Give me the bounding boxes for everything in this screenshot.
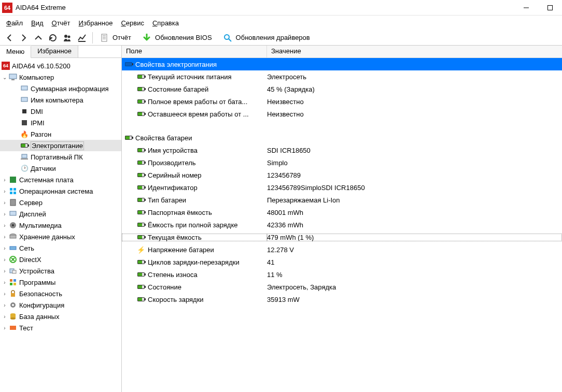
column-field[interactable]: Поле bbox=[122, 46, 267, 57]
tree-config[interactable]: ›Конфигурация bbox=[0, 299, 121, 311]
expand-icon[interactable]: › bbox=[1, 268, 8, 274]
driver-update-action[interactable]: Обновления драйверов bbox=[219, 31, 313, 45]
field-value: Неизвестно bbox=[267, 98, 562, 106]
data-row[interactable]: Серийный номер123456789 bbox=[122, 169, 562, 181]
data-row[interactable]: Полное время работы от бата...Неизвестно bbox=[122, 95, 562, 108]
menu-help[interactable]: Справка bbox=[148, 17, 183, 29]
refresh-button[interactable] bbox=[46, 31, 60, 45]
menu-view[interactable]: Вид bbox=[27, 17, 48, 29]
tree-motherboard[interactable]: ›Системная плата bbox=[0, 174, 121, 185]
test-icon bbox=[8, 323, 18, 332]
data-row[interactable]: Состояние батарей45 % (Зарядка) bbox=[122, 83, 562, 95]
data-row[interactable]: Ёмкость при полной зарядке42336 mWh bbox=[122, 219, 562, 231]
group-battery-properties[interactable]: Свойства батареи bbox=[122, 132, 562, 144]
column-value[interactable]: Значение bbox=[267, 46, 305, 57]
tree-computer[interactable]: ⌄ Компьютер bbox=[0, 71, 121, 83]
tree-dmi[interactable]: DMI bbox=[0, 106, 121, 117]
lock-icon bbox=[8, 289, 18, 298]
battery-icon bbox=[136, 110, 146, 118]
menu-service[interactable]: Сервис bbox=[117, 17, 148, 29]
data-row[interactable]: Скорость зарядки35913 mW bbox=[122, 293, 562, 306]
expand-icon[interactable]: › bbox=[1, 234, 8, 240]
battery-icon bbox=[136, 209, 146, 216]
data-row[interactable]: Степень износа11 % bbox=[122, 268, 562, 281]
data-row[interactable]: Текущая ёмкость479 mWh (1 %) bbox=[122, 231, 562, 243]
data-row[interactable]: СостояниеЭлектросеть, Зарядка bbox=[122, 281, 562, 293]
data-row[interactable]: Имя устройстваSDI ICR18650 bbox=[122, 144, 562, 156]
tree-portable[interactable]: Портативный ПК bbox=[0, 151, 121, 163]
tree-test[interactable]: ›Тест bbox=[0, 322, 121, 333]
tree-computer-name[interactable]: Имя компьютера bbox=[0, 94, 121, 106]
tree-security[interactable]: ›Безопасность bbox=[0, 288, 121, 299]
field-label: Тип батареи bbox=[148, 196, 186, 204]
tree-sensors[interactable]: 🕑Датчики bbox=[0, 163, 121, 174]
menu-report[interactable]: Отчёт bbox=[48, 17, 75, 29]
svg-rect-18 bbox=[21, 158, 28, 159]
content-body: Свойства электропитания Текущий источник… bbox=[122, 58, 562, 392]
tree-root[interactable]: 64 AIDA64 v6.10.5200 bbox=[0, 60, 121, 71]
group-power-properties[interactable]: Свойства электропитания bbox=[122, 58, 562, 70]
expand-icon[interactable]: › bbox=[1, 325, 8, 331]
minimize-button[interactable] bbox=[514, 0, 538, 16]
expand-icon[interactable]: › bbox=[1, 211, 8, 217]
back-button[interactable] bbox=[3, 31, 16, 45]
board-icon bbox=[8, 175, 18, 184]
tree-ipmi[interactable]: IPMI bbox=[0, 117, 121, 128]
bios-update-action[interactable]: Обновления BIOS bbox=[138, 31, 215, 45]
svg-point-27 bbox=[12, 224, 14, 226]
field-value: 11 % bbox=[267, 271, 562, 279]
data-row[interactable]: ⚡Напряжение батареи12.278 V bbox=[122, 243, 562, 256]
menu-file[interactable]: Файл bbox=[2, 17, 27, 29]
tree-os[interactable]: ›Операционная система bbox=[0, 185, 121, 197]
server-rack-icon bbox=[8, 198, 18, 207]
data-row[interactable]: Текущий источник питанияЭлектросеть bbox=[122, 70, 562, 83]
maximize-button[interactable] bbox=[538, 0, 562, 16]
tree-devices[interactable]: ›Устройства bbox=[0, 265, 121, 277]
field-label: Напряжение батареи bbox=[148, 246, 214, 254]
svg-rect-21 bbox=[13, 188, 16, 191]
tab-favorites[interactable]: Избранное bbox=[31, 46, 78, 57]
expand-icon[interactable]: › bbox=[1, 280, 8, 285]
expand-icon[interactable]: › bbox=[1, 302, 8, 308]
tree-directx[interactable]: ›DirectX bbox=[0, 254, 121, 265]
svg-rect-1 bbox=[548, 5, 553, 10]
users-button[interactable] bbox=[61, 31, 74, 45]
tree-network[interactable]: ›Сеть bbox=[0, 242, 121, 254]
collapse-icon[interactable]: ⌄ bbox=[1, 75, 8, 80]
tree-power[interactable]: Электропитание bbox=[0, 140, 121, 151]
app-small-icon: 64 bbox=[1, 61, 10, 70]
tree-overclock[interactable]: 🔥Разгон bbox=[0, 128, 121, 140]
expand-icon[interactable]: › bbox=[1, 188, 8, 194]
data-row[interactable]: Тип батареиПерезаряжаемая Li-Ion bbox=[122, 194, 562, 206]
data-row[interactable]: Циклов зарядки-перезарядки41 bbox=[122, 256, 562, 268]
expand-icon[interactable]: › bbox=[1, 177, 8, 183]
tree-database[interactable]: ›База данных bbox=[0, 311, 121, 322]
tree-programs[interactable]: ›Программы bbox=[0, 277, 121, 288]
expand-icon[interactable]: › bbox=[1, 245, 8, 251]
tree-display[interactable]: ›Дисплей bbox=[0, 208, 121, 220]
monitor-icon bbox=[20, 95, 29, 105]
menu-favorites[interactable]: Избранное bbox=[75, 17, 117, 29]
tree-storage[interactable]: ›Хранение данных bbox=[0, 231, 121, 242]
tab-menu[interactable]: Меню bbox=[0, 46, 31, 58]
chevron-right-icon bbox=[19, 33, 29, 42]
data-row[interactable]: Оставшееся время работы от ...Неизвестно bbox=[122, 108, 562, 120]
chart-icon bbox=[77, 33, 87, 42]
expand-icon[interactable]: › bbox=[1, 200, 8, 206]
expand-icon[interactable]: › bbox=[1, 223, 8, 228]
bios-update-label: Обновления BIOS bbox=[155, 34, 212, 41]
expand-icon[interactable]: › bbox=[1, 291, 8, 297]
tree-summary[interactable]: Суммарная информация bbox=[0, 83, 121, 94]
report-action[interactable]: Отчёт bbox=[96, 31, 134, 45]
up-button[interactable] bbox=[32, 31, 45, 45]
tree-server[interactable]: ›Сервер bbox=[0, 197, 121, 208]
forward-button[interactable] bbox=[17, 31, 31, 45]
tree-multimedia[interactable]: ›Мультимедиа bbox=[0, 220, 121, 231]
field-value: 42336 mWh bbox=[267, 221, 562, 229]
expand-icon[interactable]: › bbox=[1, 314, 8, 320]
data-row[interactable]: ПроизводительSimplo bbox=[122, 156, 562, 169]
data-row[interactable]: Паспортная ёмкость48001 mWh bbox=[122, 206, 562, 219]
expand-icon[interactable]: › bbox=[1, 257, 8, 263]
data-row[interactable]: Идентификатор123456789SimploSDI ICR18650 bbox=[122, 181, 562, 194]
chart-button[interactable] bbox=[75, 31, 89, 45]
